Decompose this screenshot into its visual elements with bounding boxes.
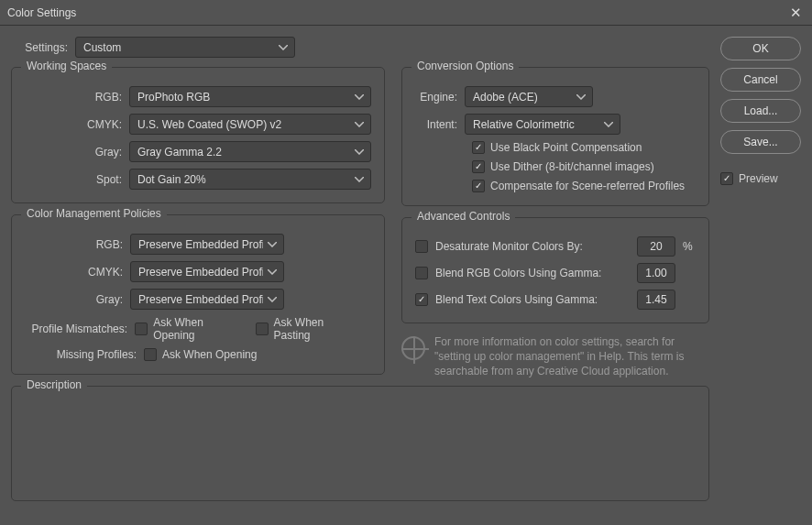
gray-label: Gray: [25, 146, 129, 159]
gray-select[interactable]: Gray Gamma 2.2 [129, 141, 371, 162]
description-legend: Description [21, 378, 87, 391]
bpc-label: Use Black Point Compensation [490, 141, 642, 154]
preview-label: Preview [739, 172, 778, 185]
window-title: Color Settings [7, 6, 76, 19]
info-icon [401, 336, 425, 360]
dither-checkbox[interactable] [472, 160, 485, 173]
scene-label: Compensate for Scene-referred Profiles [490, 180, 685, 192]
percent-label: % [683, 240, 696, 253]
rgb-select[interactable]: ProPhoto RGB [129, 86, 371, 107]
ok-button[interactable]: OK [720, 37, 801, 60]
pol-gray-select[interactable]: Preserve Embedded Profiles [130, 289, 284, 310]
close-icon[interactable]: ✕ [786, 5, 805, 21]
blend-rgb-label: Blend RGB Colors Using Gamma: [435, 267, 637, 279]
spot-select[interactable]: Dot Gain 20% [129, 169, 371, 190]
policies-legend: Color Management Policies [21, 207, 167, 220]
blend-rgb-checkbox[interactable] [415, 267, 428, 279]
spot-label: Spot: [25, 173, 129, 186]
pol-cmyk-select[interactable]: Preserve Embedded Profiles [130, 261, 284, 282]
mismatch-label: Profile Mismatches: [25, 323, 135, 335]
pol-rgb-select[interactable]: Preserve Embedded Profiles [130, 234, 284, 255]
blend-text-checkbox[interactable] [415, 293, 428, 306]
scene-checkbox[interactable] [472, 180, 485, 192]
blend-text-label: Blend Text Colors Using Gamma: [435, 293, 637, 306]
desat-input[interactable] [637, 236, 675, 257]
pol-gray-label: Gray: [25, 293, 130, 306]
desat-checkbox[interactable] [415, 240, 428, 253]
blend-text-input[interactable] [637, 290, 675, 310]
cancel-button[interactable]: Cancel [720, 68, 801, 92]
desat-label: Desaturate Monitor Colors By: [435, 240, 637, 253]
engine-select[interactable]: Adobe (ACE) [465, 86, 593, 107]
advanced-legend: Advanced Controls [411, 210, 515, 223]
ask-open-mismatch-label: Ask When Opening [153, 316, 238, 342]
load-button[interactable]: Load... [720, 99, 801, 123]
blend-rgb-input[interactable] [637, 263, 675, 283]
ask-open-missing-label: Ask When Opening [162, 348, 257, 361]
ask-paste-checkbox[interactable] [256, 323, 269, 335]
ask-open-mismatch-checkbox[interactable] [135, 323, 148, 335]
settings-select[interactable]: Custom [75, 37, 295, 58]
cmyk-label: CMYK: [25, 118, 129, 131]
cmyk-select[interactable]: U.S. Web Coated (SWOP) v2 [129, 114, 371, 135]
pol-rgb-label: RGB: [25, 238, 130, 251]
ask-open-missing-checkbox[interactable] [144, 348, 157, 361]
dither-label: Use Dither (8-bit/channel images) [490, 160, 654, 173]
save-button[interactable]: Save... [720, 130, 801, 154]
info-text: For more information on color settings, … [434, 334, 709, 379]
engine-label: Engine: [415, 91, 465, 104]
missing-label: Missing Profiles: [25, 348, 144, 361]
conversion-legend: Conversion Options [411, 60, 519, 72]
preview-checkbox[interactable] [720, 172, 733, 185]
settings-label: Settings: [24, 41, 75, 54]
ask-paste-label: Ask When Pasting [274, 316, 355, 342]
intent-label: Intent: [415, 118, 465, 131]
pol-cmyk-label: CMYK: [25, 266, 130, 279]
bpc-checkbox[interactable] [472, 141, 485, 154]
rgb-label: RGB: [25, 91, 129, 104]
intent-select[interactable]: Relative Colorimetric [465, 114, 620, 135]
working-spaces-legend: Working Spaces [21, 60, 112, 72]
